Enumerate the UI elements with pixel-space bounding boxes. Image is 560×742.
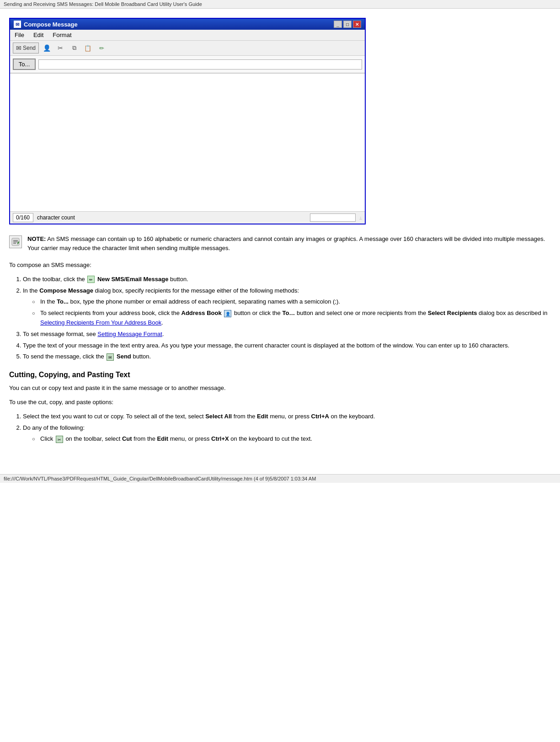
compose-titlebar: ✉ Compose Message _ □ ✕ [10,19,365,30]
copy-toolbar-button[interactable]: ⧉ [68,43,80,53]
page-content: ✉ Compose Message _ □ ✕ File Edit Format… [0,9,560,460]
minimize-button[interactable]: _ [334,21,342,28]
titlebar-left: ✉ Compose Message [14,21,78,28]
to-bold: To... [57,298,69,305]
to-dots-bold: To… [282,310,295,316]
edit-menu-bold: Edit [257,413,268,420]
send-inline-icon: ✉ [107,353,114,361]
message-textarea[interactable] [12,75,363,208]
step-3: To set message format, see Setting Messa… [23,330,551,339]
menu-file[interactable]: File [13,31,26,39]
step-5: To send the message, click the ✉ Send bu… [23,352,551,362]
browser-url: file:///C/Work/NVTL/Phase3/PDFRequest/HT… [4,476,316,481]
use-step-2a: Click ✂ on the toolbar, select Cut from … [32,434,551,444]
selecting-recipients-link[interactable]: Selecting Recipients From Your Address B… [40,319,161,326]
setting-message-format-link[interactable]: Setting Message Format [97,331,162,337]
step-2: In the Compose Message dialog box, speci… [23,286,551,328]
browser-statusbar: file:///C/Work/NVTL/Phase3/PDFRequest/HT… [0,474,560,483]
to-area: To... [10,56,365,73]
use-step-2: Do any of the following: Click ✂ on the … [23,423,551,444]
step-1: On the toolbar, click the ✏ New SMS/Emai… [23,275,551,284]
new-sms-icon: ✏ [87,276,95,283]
status-input[interactable] [310,214,356,222]
step-2a: In the To... box, type the phone number … [32,297,551,307]
browser-title: Sending and Receiving SMS Messages: Dell… [0,0,560,9]
use-step-2-subitems: Click ✂ on the toolbar, select Cut from … [32,434,551,444]
compose-statusbar: 0/160 character count ⟂ [10,211,365,224]
compose-toolbar: ✉ Send 👤 ✂ ⧉ 📋 ✏ [10,41,365,56]
note-icon [9,235,22,248]
step-4: Type the text of your message in the tex… [23,341,551,351]
paste-toolbar-button[interactable]: 📋 [82,43,94,53]
menu-format[interactable]: Format [51,31,73,39]
address-book-inline-icon: 👤 [224,310,231,317]
note-bold: NOTE: [27,235,46,242]
edit-bold-2: Edit [157,435,169,442]
compose-intro: To compose an SMS message: [9,261,551,270]
copy-icon: ⧉ [72,44,76,52]
send-bold: Send [117,353,131,360]
send-button[interactable]: ✉ Send [13,43,39,53]
use-step-1: Select the text you want to cut or copy.… [23,412,551,422]
cut-toolbar-button[interactable]: ✂ [54,43,66,53]
compose-icon: ✏ [99,45,104,52]
step-2b: To select recipients from your address b… [32,309,551,328]
cut-inline-icon: ✂ [56,436,63,443]
cut-bold: Cut [122,435,132,442]
ctrl-a-bold: Ctrl+A [311,413,329,420]
compose-menubar: File Edit Format [10,30,365,41]
note-text: NOTE: An SMS message can contain up to 1… [27,235,551,252]
use-intro: To use the cut, copy, and paste options: [9,398,551,407]
maximize-button[interactable]: □ [343,21,352,28]
compose-window-icon: ✉ [14,21,21,28]
char-count: 0/160 [13,213,33,222]
ctrl-x-bold: Ctrl+X [211,435,229,442]
paste-icon: 📋 [84,45,91,52]
new-sms-bold: New SMS/Email Message [97,276,168,283]
select-recipients-bold: Select Recipients [428,310,477,316]
address-book-toolbar-button[interactable]: 👤 [41,43,53,53]
compose-window: ✉ Compose Message _ □ ✕ File Edit Format… [9,18,366,224]
address-book-bold: Address Book [181,310,222,316]
compose-body[interactable] [10,74,365,211]
note-body: An SMS message can contain up to 160 alp… [27,235,545,251]
cut-icon: ✂ [58,44,63,52]
close-button[interactable]: ✕ [353,21,361,28]
step-2-subitems: In the To... box, type the phone number … [32,297,551,327]
use-steps-list: Select the text you want to cut or copy.… [23,412,551,444]
note-box: NOTE: An SMS message can contain up to 1… [9,233,551,254]
menu-edit[interactable]: Edit [32,31,45,39]
char-count-label: character count [37,214,306,221]
select-all-bold: Select All [205,413,232,420]
steps-list: On the toolbar, click the ✏ New SMS/Emai… [23,275,551,362]
to-button[interactable]: To... [13,59,36,70]
browser-title-text: Sending and Receiving SMS Messages: Dell… [4,1,202,7]
section-intro: You can cut or copy text and paste it in… [9,384,551,393]
compose-toolbar-button[interactable]: ✏ [96,43,107,53]
send-icon: ✉ [16,44,21,52]
window-controls: _ □ ✕ [334,21,361,28]
address-book-icon: 👤 [43,44,51,52]
resize-handle[interactable]: ⟂ [359,215,362,220]
to-input[interactable] [38,59,362,69]
compose-message-bold: Compose Message [39,287,93,294]
to-button-label: To... [19,61,30,68]
send-label: Send [23,45,36,51]
compose-window-title: Compose Message [24,21,78,28]
section-heading: Cutting, Copying, and Pasting Text [9,371,551,379]
